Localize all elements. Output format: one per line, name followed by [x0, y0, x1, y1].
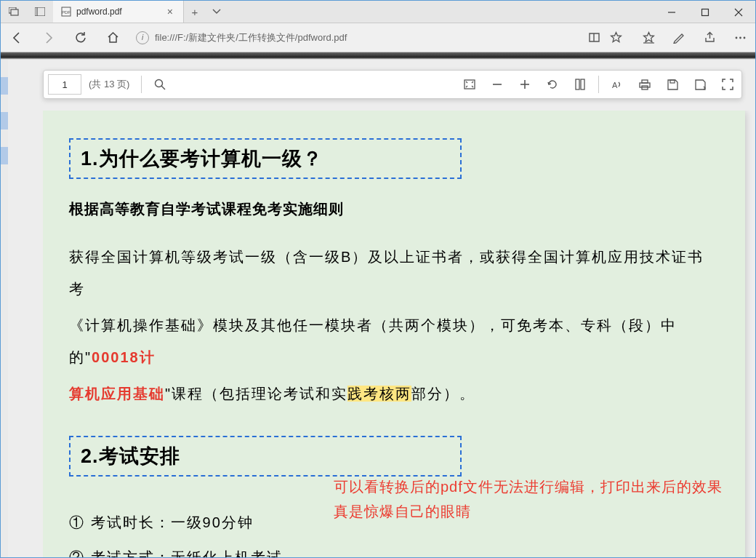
new-tab-button[interactable]: + [184, 1, 206, 23]
svg-rect-2 [35, 7, 45, 16]
svg-text:PDF: PDF [62, 10, 71, 15]
minimize-button[interactable] [655, 1, 688, 23]
svg-rect-24 [640, 83, 650, 87]
page-scroll-area[interactable]: 1.为什么要考计算机一级？ 根据高等教育自学考试课程免考实施细则 获得全国计算机… [43, 111, 755, 557]
close-window-button[interactable] [722, 1, 755, 23]
heading-box: 1.为什么要考计算机一级？ [69, 138, 462, 179]
left-dock-edge [1, 60, 8, 557]
tabs-overview-button[interactable] [1, 1, 27, 23]
heading-2: 2.考试安排 [81, 443, 450, 469]
home-button[interactable] [97, 23, 129, 52]
notes-button[interactable] [664, 23, 694, 52]
tab-close-button[interactable]: × [164, 6, 176, 17]
settings-button[interactable] [725, 23, 755, 52]
svg-rect-20 [576, 79, 579, 89]
paragraph-line-1: 获得全国计算机等级考试一级（含一级B）及以上证书者，或获得全国计算机应用技术证书… [69, 241, 719, 305]
svg-point-13 [743, 36, 745, 39]
search-icon[interactable] [146, 71, 174, 98]
browser-tab[interactable]: PDF pdfword.pdf × [53, 1, 184, 23]
url-box[interactable]: i file:///F:/新建文件夹/工作转换文件/pdfword.pdf [129, 28, 633, 48]
text-red: 00018计 [92, 349, 156, 365]
tab-title: pdfword.pdf [76, 7, 160, 17]
tab-menu-button[interactable] [206, 1, 228, 23]
paragraph-line-3: 算机应用基础"课程（包括理论考试和实践考核两部分）。 [69, 378, 719, 410]
address-bar: i file:///F:/新建文件夹/工作转换文件/pdfword.pdf [1, 23, 755, 52]
set-aside-button[interactable] [27, 1, 53, 23]
browser-window: PDF pdfword.pdf × + [0, 0, 756, 558]
pdf-file-icon: PDF [60, 6, 72, 17]
reading-view-icon[interactable] [588, 31, 604, 44]
zoom-out-icon[interactable] [483, 71, 511, 98]
page-total-label: (共 13 页) [89, 78, 129, 91]
annotation-line: 真是惊爆自己的眼睛 [334, 499, 731, 524]
svg-rect-21 [581, 79, 584, 89]
read-aloud-icon[interactable]: A [603, 71, 631, 98]
titlebar: PDF pdfword.pdf × + [1, 1, 755, 23]
list-item: ② 考试方式：无纸化上机考试 [69, 542, 719, 557]
layout-icon[interactable] [566, 71, 594, 98]
fullscreen-icon[interactable] [714, 71, 741, 98]
back-button[interactable] [1, 23, 33, 52]
svg-rect-1 [11, 9, 18, 15]
favorite-star-icon[interactable] [610, 31, 626, 44]
pdf-toolbar: (共 13 页) A [43, 70, 742, 99]
text: 《计算机操作基础》模块及其他任一模块者（共两个模块），可免考本、专科（段）中的" [69, 317, 677, 365]
forward-button[interactable] [33, 23, 65, 52]
refresh-button[interactable] [65, 23, 97, 52]
text: "课程（包括理论考试和实 [165, 386, 347, 402]
info-icon: i [136, 31, 149, 44]
url-text: file:///F:/新建文件夹/工作转换文件/pdfword.pdf [155, 31, 582, 44]
heading-1: 1.为什么要考计算机一级？ [81, 146, 450, 172]
share-button[interactable] [694, 23, 725, 52]
titlebar-left [1, 1, 53, 23]
paragraph-line-2: 《计算机操作基础》模块及其他任一模块者（共两个模块），可免考本、专科（段）中的"… [69, 309, 719, 373]
page-number-input[interactable] [48, 74, 81, 95]
text: 部分）。 [411, 386, 475, 402]
save-icon[interactable] [659, 71, 686, 98]
pdf-page: 1.为什么要考计算机一级？ 根据高等教育自学考试课程免考实施细则 获得全国计算机… [43, 111, 745, 557]
svg-rect-7 [702, 9, 709, 15]
fit-page-icon[interactable] [456, 71, 483, 98]
annotation-text: 可以看转换后的pdf文件无法进行编辑，打印出来后的效果 真是惊爆自己的眼睛 [334, 474, 731, 524]
print-icon[interactable] [631, 71, 659, 98]
annotation-line: 可以看转换后的pdf文件无法进行编辑，打印出来后的效果 [334, 474, 731, 499]
svg-rect-26 [670, 80, 675, 83]
save-as-icon[interactable] [686, 71, 714, 98]
text-highlight: 践考核两 [347, 386, 411, 402]
svg-rect-16 [465, 80, 475, 89]
rotate-icon[interactable] [539, 71, 566, 98]
separator [598, 76, 599, 93]
zoom-in-icon[interactable] [511, 71, 539, 98]
svg-text:A: A [612, 81, 618, 89]
separator [141, 76, 142, 93]
text-red: 算机应用基础 [69, 386, 165, 402]
svg-line-15 [161, 86, 165, 89]
favorites-button[interactable] [633, 23, 664, 52]
svg-point-12 [739, 36, 741, 39]
svg-point-11 [735, 36, 737, 39]
text: 获得全国计算机等级考试一级（含一级B）及以上证书者，或获得全国计算机应用技术证书… [69, 249, 704, 297]
subheading: 根据高等教育自学考试课程免考实施细则 [69, 199, 719, 219]
heading-box-2: 2.考试安排 [69, 436, 462, 477]
pdf-viewer: (共 13 页) A [1, 60, 755, 557]
maximize-button[interactable] [688, 1, 722, 23]
decorative-strip [1, 52, 755, 60]
